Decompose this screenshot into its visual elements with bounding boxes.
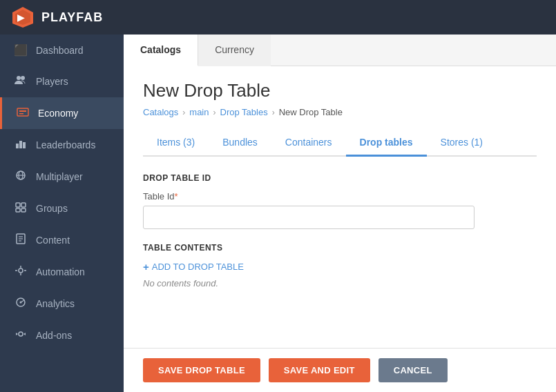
svg-rect-5: [17, 108, 28, 116]
action-bar: SAVE DROP TABLE SAVE AND EDIT CANCEL: [124, 348, 556, 392]
sub-tab-containers[interactable]: Containers: [271, 130, 346, 157]
sidebar-item-label: Economy: [38, 108, 78, 119]
players-icon: [14, 75, 28, 88]
sidebar-item-players[interactable]: Players: [0, 66, 124, 97]
save-drop-table-button[interactable]: SAVE DROP TABLE: [143, 358, 260, 382]
svg-point-30: [19, 332, 23, 336]
sidebar-item-label: Leaderboards: [36, 139, 95, 150]
table-id-input[interactable]: [143, 206, 474, 229]
leaderboards-icon: [14, 138, 28, 152]
sidebar-item-addons[interactable]: Add-ons: [0, 320, 124, 351]
app-name: PLAYFAB: [41, 10, 103, 25]
multiplayer-icon: [14, 170, 28, 184]
breadcrumb-catalogs[interactable]: Catalogs: [143, 107, 178, 117]
svg-rect-6: [19, 110, 26, 112]
svg-point-4: [21, 76, 25, 80]
no-contents-text: No contents found.: [143, 278, 537, 288]
sidebar-item-groups[interactable]: Groups: [0, 193, 124, 224]
sub-tab-drop-tables[interactable]: Drop tables: [346, 130, 427, 157]
sidebar-item-automation[interactable]: Automation: [0, 256, 124, 288]
add-to-drop-table-link[interactable]: + ADD TO DROP TABLE: [143, 261, 244, 273]
sidebar-item-label: Add-ons: [36, 330, 72, 341]
svg-rect-8: [16, 144, 19, 148]
sidebar-item-label: Automation: [36, 266, 85, 277]
svg-rect-15: [21, 203, 26, 207]
logo-area[interactable]: ▶ PLAYFAB: [11, 6, 103, 29]
automation-icon: [14, 265, 28, 279]
sidebar-item-label: Groups: [36, 203, 68, 214]
sidebar-item-multiplayer[interactable]: Multiplayer: [0, 161, 124, 193]
dashboard-icon: ⬛: [14, 43, 28, 57]
sub-tab-stores[interactable]: Stores (1): [427, 130, 497, 157]
playfab-logo-icon: ▶: [11, 6, 35, 29]
svg-rect-7: [19, 113, 23, 115]
svg-rect-14: [16, 203, 20, 207]
breadcrumb-sep-1: ›: [182, 108, 185, 117]
top-nav: ▶ PLAYFAB: [0, 0, 556, 35]
addons-icon: [14, 329, 28, 342]
sidebar-item-label: Content: [36, 235, 70, 246]
cancel-button[interactable]: CANCEL: [378, 358, 448, 382]
groups-icon: [14, 202, 28, 215]
sidebar-item-label: Dashboard: [36, 45, 84, 56]
svg-rect-9: [19, 141, 22, 148]
page-title: New Drop Table: [143, 80, 537, 101]
content-area: Catalogs Currency New Drop Table Catalog…: [124, 35, 556, 392]
content-icon: [14, 233, 28, 247]
breadcrumb-new-drop-table: New Drop Table: [279, 107, 343, 117]
breadcrumb-main[interactable]: main: [189, 107, 209, 117]
tab-catalogs[interactable]: Catalogs: [124, 35, 198, 66]
page-content: New Drop Table Catalogs › main › Drop Ta…: [124, 66, 556, 348]
tab-bar: Catalogs Currency: [124, 35, 556, 66]
sidebar-item-leaderboards[interactable]: Leaderboards: [0, 129, 124, 161]
table-id-label: Table Id*: [143, 191, 537, 202]
breadcrumb-sep-3: ›: [272, 108, 275, 117]
svg-point-29: [20, 302, 22, 304]
sidebar-item-dashboard[interactable]: ⬛ Dashboard: [0, 35, 124, 66]
sidebar-item-content[interactable]: Content: [0, 224, 124, 256]
main-layout: ⬛ Dashboard Players Economy Leaderboards: [0, 35, 556, 392]
sub-tab-bundles[interactable]: Bundles: [209, 130, 271, 157]
economy-icon: [16, 106, 30, 120]
section-label-table-contents: TABLE CONTENTS: [143, 243, 537, 253]
tab-currency[interactable]: Currency: [198, 35, 271, 66]
breadcrumb-sep-2: ›: [213, 108, 216, 117]
analytics-icon: [14, 297, 28, 311]
table-contents-section: TABLE CONTENTS + ADD TO DROP TABLE No co…: [143, 243, 537, 288]
svg-rect-17: [21, 208, 26, 212]
plus-icon: +: [143, 261, 149, 273]
svg-rect-16: [16, 208, 20, 212]
sidebar-item-label: Players: [36, 76, 68, 87]
svg-text:▶: ▶: [17, 12, 25, 23]
sub-tab-items[interactable]: Items (3): [143, 130, 209, 157]
breadcrumb: Catalogs › main › Drop Tables › New Drop…: [143, 107, 537, 117]
sidebar-item-label: Analytics: [36, 298, 75, 309]
save-and-edit-button[interactable]: SAVE AND EDIT: [269, 358, 370, 382]
sidebar-item-analytics[interactable]: Analytics: [0, 288, 124, 320]
drop-table-id-section: DROP TABLE ID Table Id*: [143, 173, 537, 243]
sub-tabs: Items (3) Bundles Containers Drop tables…: [143, 130, 537, 157]
sidebar: ⬛ Dashboard Players Economy Leaderboards: [0, 35, 124, 392]
breadcrumb-drop-tables[interactable]: Drop Tables: [220, 107, 268, 117]
section-label-drop-table-id: DROP TABLE ID: [143, 173, 537, 183]
sidebar-item-label: Multiplayer: [36, 171, 83, 182]
svg-point-3: [17, 76, 21, 80]
svg-rect-10: [23, 142, 26, 148]
svg-point-22: [19, 268, 23, 273]
required-star: *: [175, 191, 178, 202]
sidebar-item-economy[interactable]: Economy: [0, 97, 124, 129]
